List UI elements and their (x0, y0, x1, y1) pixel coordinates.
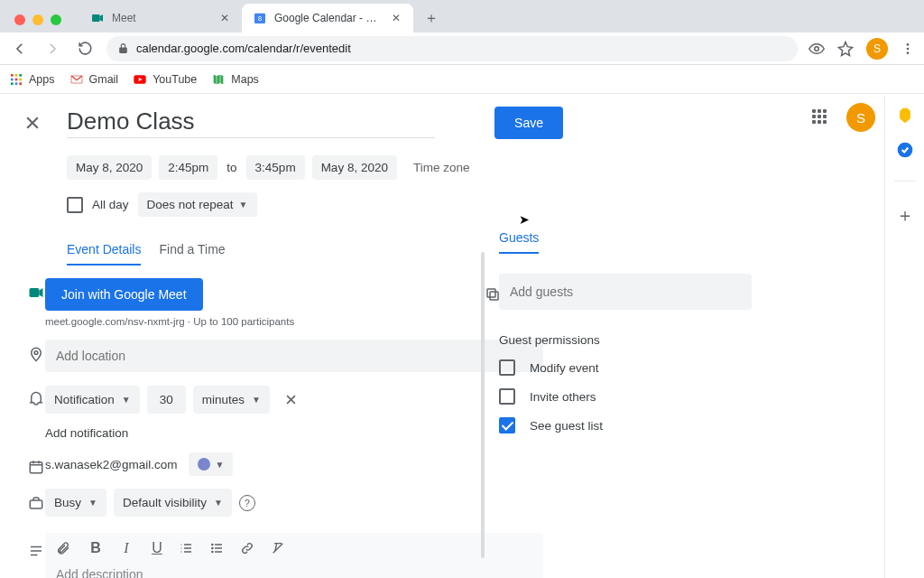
recurrence-select[interactable]: Does not repeat ▼ (138, 192, 257, 217)
link-icon[interactable] (240, 541, 258, 555)
bell-icon (27, 390, 45, 408)
perm-modify-label: Modify event (530, 361, 599, 375)
menu-icon[interactable] (901, 42, 915, 56)
svg-point-5 (907, 47, 910, 50)
svg-point-4 (907, 43, 910, 46)
svg-point-3 (815, 46, 819, 51)
forward-button[interactable] (42, 38, 63, 60)
attach-icon[interactable] (56, 541, 74, 555)
svg-text:8: 8 (258, 14, 262, 23)
timezone-link[interactable]: Time zone (413, 161, 470, 174)
browser-tab-meet[interactable]: Meet ✕ (79, 4, 242, 33)
youtube-icon (133, 72, 147, 87)
numbered-list-icon[interactable] (179, 541, 197, 555)
side-panel: ＋ (884, 96, 924, 578)
url-input[interactable]: calendar.google.com/calendar/r/eventedit (106, 36, 798, 61)
svg-rect-21 (30, 462, 42, 473)
all-day-checkbox[interactable] (67, 197, 83, 213)
browser-tab-calendar[interactable]: 8 Google Calendar - Event detail ✕ (242, 4, 413, 33)
star-icon[interactable] (837, 41, 854, 57)
add-guests-input[interactable] (499, 274, 752, 310)
svg-rect-0 (92, 14, 100, 22)
meet-link-text: meet.google.com/nsv-nxmt-jrg · Up to 100… (45, 316, 543, 327)
notification-value-input[interactable]: 30 (147, 386, 186, 414)
window-min-dot[interactable] (32, 14, 43, 25)
italic-icon[interactable]: I (117, 540, 135, 556)
bookmark-maps[interactable]: Maps (211, 72, 259, 87)
chevron-down-icon: ▼ (216, 460, 225, 470)
description-input[interactable]: Add description (45, 564, 543, 578)
start-time-chip[interactable]: 2:45pm (159, 155, 217, 180)
location-input[interactable] (45, 340, 543, 372)
close-event-button[interactable] (22, 112, 43, 134)
bookmark-label: Maps (231, 73, 259, 86)
tab-guests[interactable]: Guests (499, 230, 539, 254)
window-max-dot[interactable] (51, 14, 61, 25)
chevron-down-icon: ▼ (122, 395, 131, 405)
chevron-down-icon: ▼ (239, 200, 248, 210)
tab-close-icon[interactable]: ✕ (390, 12, 402, 24)
gmail-icon (69, 72, 84, 87)
start-date-chip[interactable]: May 8, 2020 (67, 155, 152, 180)
calendar-favicon-icon: 8 (253, 11, 267, 25)
new-tab-button[interactable]: ＋ (419, 5, 444, 31)
notif-type-label: Notification (54, 393, 115, 406)
google-apps-button[interactable] (812, 109, 828, 126)
bookmark-apps[interactable]: Apps (9, 72, 55, 87)
bookmark-gmail[interactable]: Gmail (69, 72, 119, 87)
clear-format-icon[interactable] (271, 541, 289, 555)
help-icon[interactable]: ? (239, 495, 255, 511)
svg-rect-8 (15, 74, 18, 77)
visibility-select[interactable]: Default visibility ▼ (114, 489, 232, 517)
notification-unit-select[interactable]: minutes ▼ (193, 386, 270, 414)
all-day-label: All day (92, 198, 129, 211)
bold-icon[interactable]: B (87, 540, 105, 556)
join-meet-button[interactable]: Join with Google Meet (45, 278, 203, 311)
column-divider (481, 252, 485, 558)
svg-rect-15 (19, 82, 22, 85)
window-close-dot[interactable] (14, 14, 25, 25)
profile-avatar[interactable]: S (866, 38, 888, 60)
perm-invite-label: Invite others (530, 390, 596, 404)
chevron-down-icon: ▼ (88, 498, 97, 508)
window-controls (7, 14, 69, 33)
add-addon-button[interactable]: ＋ (896, 203, 914, 228)
keep-icon[interactable] (896, 107, 914, 125)
add-notification-link[interactable]: Add notification (45, 426, 543, 440)
tab-find-a-time[interactable]: Find a Time (159, 242, 225, 266)
back-button[interactable] (9, 38, 31, 60)
availability-select[interactable]: Busy ▼ (45, 489, 106, 517)
bookmark-label: Gmail (89, 73, 119, 86)
tab-close-icon[interactable]: ✕ (218, 12, 231, 24)
bookmark-label: Apps (29, 73, 55, 86)
eye-icon[interactable] (808, 41, 825, 57)
svg-point-24 (212, 547, 213, 548)
save-button[interactable]: Save (494, 107, 563, 139)
calendar-color-select[interactable]: ▼ (189, 452, 234, 476)
perm-invite-checkbox[interactable] (499, 388, 515, 405)
tab-event-details[interactable]: Event Details (67, 242, 141, 266)
maps-icon (211, 72, 226, 87)
notification-type-select[interactable]: Notification ▼ (45, 386, 140, 414)
end-time-chip[interactable]: 3:45pm (246, 155, 305, 180)
event-title-input[interactable]: Demo Class (67, 107, 435, 138)
perm-seelist-label: See guest list (530, 419, 603, 433)
remove-notification-button[interactable] (277, 385, 306, 414)
bullet-list-icon[interactable] (209, 541, 227, 555)
underline-icon[interactable]: U (148, 540, 166, 556)
end-date-chip[interactable]: May 8, 2020 (312, 155, 397, 180)
browser-tab-strip: Meet ✕ 8 Google Calendar - Event detail … (0, 0, 924, 33)
svg-rect-14 (15, 82, 18, 85)
svg-point-23 (212, 544, 213, 545)
perm-modify-checkbox[interactable] (499, 359, 515, 376)
tasks-icon[interactable] (896, 141, 914, 159)
svg-rect-10 (11, 78, 14, 80)
perm-seelist-checkbox[interactable] (499, 417, 515, 434)
bookmark-youtube[interactable]: YouTube (133, 72, 197, 87)
account-avatar[interactable]: S (846, 103, 875, 132)
reload-button[interactable] (74, 38, 96, 60)
svg-rect-17 (30, 288, 40, 297)
svg-point-25 (212, 551, 213, 552)
url-bar: calendar.google.com/calendar/r/eventedit… (0, 33, 924, 65)
calendar-email: s.wanasek2@gmail.com (45, 458, 178, 471)
